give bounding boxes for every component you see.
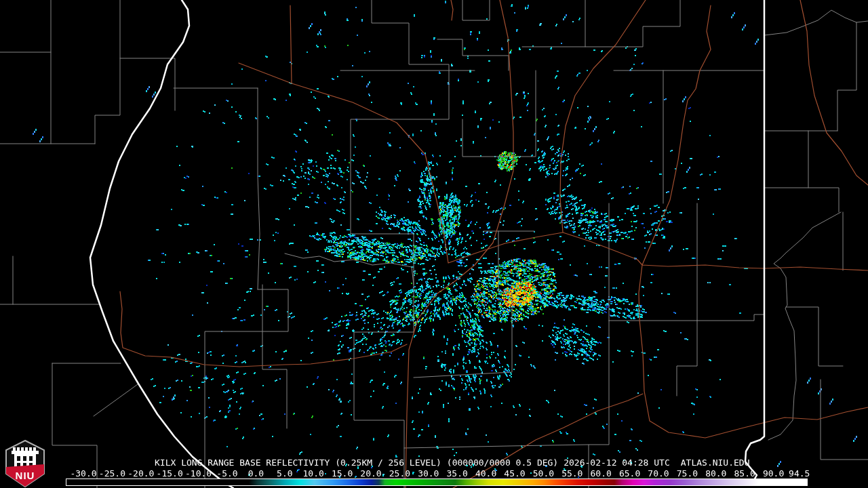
product-title: KILX LONG RANGE BASE REFLECTIVITY [155,458,330,468]
colorbar-tick-label: 90.0 [763,469,784,478]
resolution-label: (0.25KM / 256 LEVEL) [335,458,441,468]
logo-text: NIU [16,470,35,481]
colorbar-tick-label: 45.0 [504,469,525,478]
colorbar-tick-label: 85.0 [734,469,755,478]
colorbar-tick-label: 5.0 [277,469,292,478]
colorbar-tick-label: 15.0 [332,469,353,478]
colorbar-tick-label: 35.0 [447,469,468,478]
colorbar-tick-label: 94.5 [789,469,810,478]
timestamp-label: 2026-02-12 04:28 UTC [564,458,670,468]
colorbar-tick-label: 30.0 [418,469,439,478]
colorbar-tick-row: -30.0-25.0-20.0-15.0-10.0-5.00.05.010.01… [0,469,868,478]
colorbar-tick-label: 40.0 [475,469,496,478]
colorbar-tick-label: 20.0 [360,469,381,478]
colorbar-tick-label: -25.0 [99,469,125,478]
colorbar-tick-label: 0.0 [248,469,264,478]
radar-app-window: KILX LONG RANGE BASE REFLECTIVITY (0.25K… [0,0,868,488]
colorbar-tick-label: -20.0 [127,469,154,478]
reflectivity-colorbar [66,479,808,486]
colorbar-tick-label: -5.0 [216,469,237,478]
map-lines-layer [0,0,868,488]
colorbar-tick-label: 70.0 [648,469,669,478]
niu-logo: NIU [5,440,45,487]
colorbar-tick-label: 55.0 [561,469,583,478]
status-line: KILX LONG RANGE BASE REFLECTIVITY (0.25K… [155,458,750,468]
colorbar-tick-label: -30.0 [70,469,96,478]
volume-label: (000000/0000 0.5 DEG) [447,458,558,468]
colorbar-tick-label: 75.0 [677,469,698,478]
colorbar-tick-label: 50.0 [533,469,554,478]
colorbar-tick-label: -10.0 [185,469,212,478]
colorbar-tick-label: -15.0 [157,469,183,478]
colorbar-tick-label: 80.0 [705,469,726,478]
colorbar-tick-label: 65.0 [619,469,640,478]
colorbar-tick-label: 25.0 [389,469,410,478]
colorbar-tick-label: 60.0 [591,469,612,478]
colorbar-tick-label: 10.0 [303,469,324,478]
attribution-label: ATLAS.NIU.EDU [681,458,750,468]
